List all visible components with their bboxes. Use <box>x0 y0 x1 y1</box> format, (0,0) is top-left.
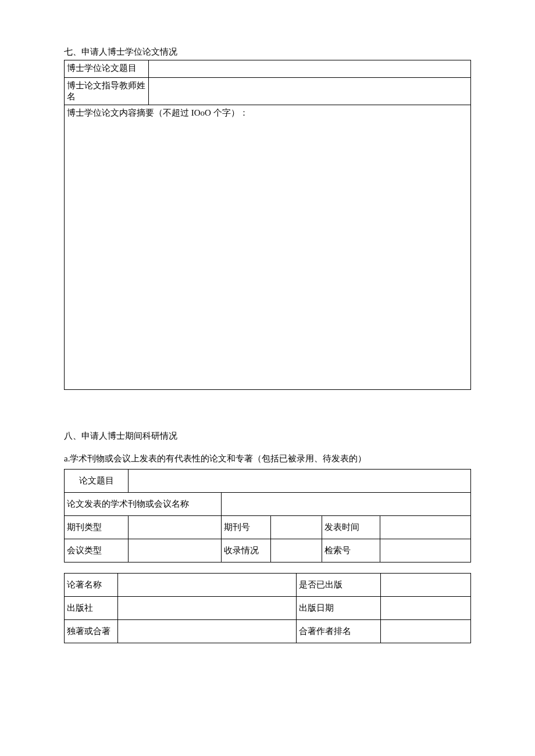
abstract-label: 博士学位论文内容摘要（不超过 IOoO 个字）： <box>67 108 248 117</box>
table-row: 会议类型 收录情况 检索号 <box>65 539 471 562</box>
table-row: 期刊类型 期刊号 发表时间 <box>65 516 471 539</box>
index-no-label: 检索号 <box>322 539 380 562</box>
journal-name-label: 论文发表的学术刊物或会议名称 <box>65 493 222 516</box>
journal-name-value <box>222 493 471 516</box>
thesis-title-label: 博士学位论文题目 <box>65 60 149 78</box>
paper-title-value <box>129 470 471 493</box>
book-name-label: 论著名称 <box>65 574 118 597</box>
advisor-name-value <box>149 78 471 105</box>
inclusion-value <box>271 539 322 562</box>
section-8a-table: 论文题目 论文发表的学术刊物或会议名称 期刊类型 期刊号 发表时间 会议类型 收… <box>64 469 471 562</box>
section-7-title: 七、申请人博士学位论文情况 <box>64 46 471 58</box>
publisher-value <box>118 597 297 620</box>
book-name-value <box>118 574 297 597</box>
journal-no-value <box>271 516 322 539</box>
table-row: 论著名称 是否已出版 <box>65 574 471 597</box>
journal-no-label: 期刊号 <box>222 516 271 539</box>
coauthor-rank-value <box>381 620 471 643</box>
publish-time-value <box>380 516 471 539</box>
table-row: 独著或合著 合著作者排名 <box>65 620 471 643</box>
section-7-table: 博士学位论文题目 博士论文指导教师姓名 博士学位论文内容摘要（不超过 IOoO … <box>64 60 471 390</box>
author-type-label: 独著或合著 <box>65 620 118 643</box>
table-row: 出版社 出版日期 <box>65 597 471 620</box>
thesis-title-value <box>149 60 471 78</box>
publisher-label: 出版社 <box>65 597 118 620</box>
abstract-cell: 博士学位论文内容摘要（不超过 IOoO 个字）： <box>65 105 471 390</box>
coauthor-rank-label: 合著作者排名 <box>297 620 381 643</box>
index-no-value <box>380 539 471 562</box>
table-row: 论文题目 <box>65 470 471 493</box>
publish-date-label: 出版日期 <box>297 597 381 620</box>
section-8a-subtitle: a.学术刊物或会议上发表的有代表性的论文和专著（包括已被录用、待发表的） <box>64 453 471 464</box>
author-type-value <box>118 620 297 643</box>
publish-time-label: 发表时间 <box>322 516 380 539</box>
is-published-value <box>381 574 471 597</box>
paper-title-label: 论文题目 <box>65 470 129 493</box>
section-8-title: 八、申请人博士期间科研情况 <box>64 431 471 442</box>
section-8b-table: 论著名称 是否已出版 出版社 出版日期 独著或合著 合著作者排名 <box>64 573 471 643</box>
conf-type-label: 会议类型 <box>65 539 129 562</box>
table-row: 论文发表的学术刊物或会议名称 <box>65 493 471 516</box>
journal-type-label: 期刊类型 <box>65 516 129 539</box>
table-row: 博士论文指导教师姓名 <box>65 78 471 105</box>
is-published-label: 是否已出版 <box>297 574 381 597</box>
inclusion-label: 收录情况 <box>222 539 271 562</box>
table-row: 博士学位论文题目 <box>65 60 471 78</box>
advisor-name-label: 博士论文指导教师姓名 <box>65 78 149 105</box>
conf-type-value <box>129 539 222 562</box>
journal-type-value <box>129 516 222 539</box>
publish-date-value <box>381 597 471 620</box>
table-row: 博士学位论文内容摘要（不超过 IOoO 个字）： <box>65 105 471 390</box>
